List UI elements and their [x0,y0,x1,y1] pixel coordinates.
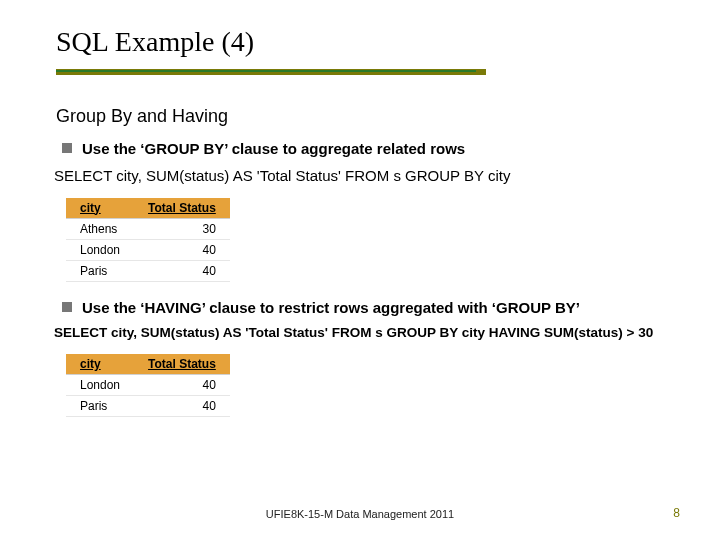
table-header-row: city Total Status [66,354,230,375]
cell-city: London [66,375,134,396]
result-table-1: city Total Status Athens 30 London 40 Pa… [66,198,230,282]
cell-value: 40 [134,375,230,396]
table-row: London 40 [66,375,230,396]
table-row: Athens 30 [66,218,230,239]
table-row: Paris 40 [66,396,230,417]
bullet-1: Use the ‘GROUP BY’ clause to aggregate r… [62,139,670,159]
sql-query-2: SELECT city, SUM(status) AS 'Total Statu… [54,325,670,340]
cell-value: 40 [134,396,230,417]
cell-city: Paris [66,396,134,417]
sql-query-1: SELECT city, SUM(status) AS 'Total Statu… [54,167,670,184]
cell-value: 40 [134,239,230,260]
bullet-marker-icon [62,302,72,312]
section-subtitle: Group By and Having [56,106,670,127]
table-header-row: city Total Status [66,198,230,219]
col-city: city [66,354,134,375]
table-row: Paris 40 [66,260,230,281]
table-row: London 40 [66,239,230,260]
bullet-marker-icon [62,143,72,153]
cell-city: Paris [66,260,134,281]
col-total-status: Total Status [134,198,230,219]
underline-accent [56,70,476,72]
title-underline [56,68,670,82]
result-table-2: city Total Status London 40 Paris 40 [66,354,230,417]
page-number: 8 [673,506,680,520]
bullet-2-text: Use the ‘HAVING’ clause to restrict rows… [82,298,580,318]
cell-value: 40 [134,260,230,281]
col-total-status: Total Status [134,354,230,375]
bullet-2: Use the ‘HAVING’ clause to restrict rows… [62,298,670,318]
footer-text: UFIE8K-15-M Data Management 2011 [0,508,720,520]
slide-title: SQL Example (4) [56,26,670,58]
cell-city: London [66,239,134,260]
slide: SQL Example (4) Group By and Having Use … [0,0,720,540]
col-city: city [66,198,134,219]
cell-value: 30 [134,218,230,239]
cell-city: Athens [66,218,134,239]
bullet-1-text: Use the ‘GROUP BY’ clause to aggregate r… [82,139,465,159]
